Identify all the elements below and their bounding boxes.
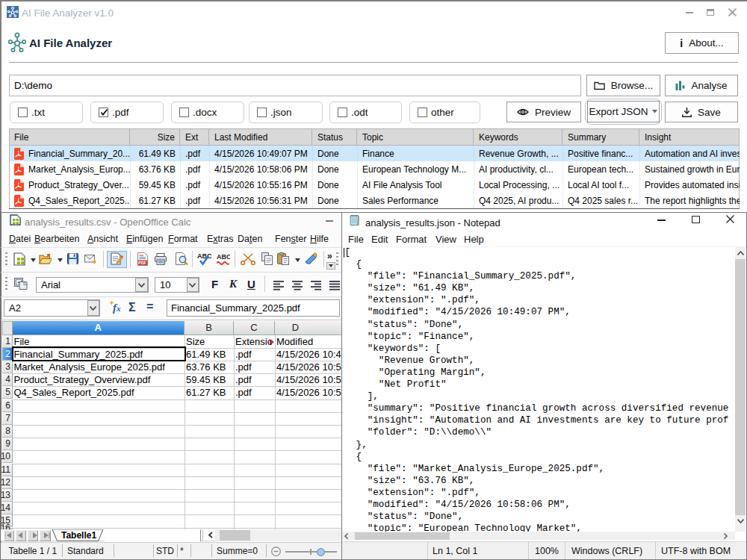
svg-text:ABC: ABC (197, 252, 211, 260)
svg-text:ABC: ABC (217, 253, 230, 261)
svg-text:PDF: PDF (138, 261, 146, 265)
